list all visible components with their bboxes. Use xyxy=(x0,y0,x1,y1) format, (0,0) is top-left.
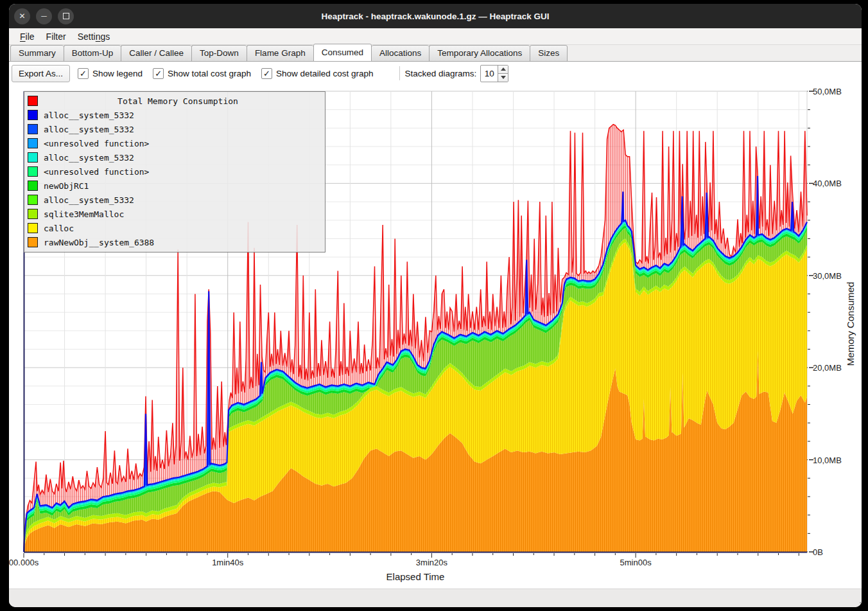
tab-consumed[interactable]: Consumed xyxy=(313,44,372,62)
menu-file[interactable]: File xyxy=(14,30,40,43)
stacked-diagrams-label: Stacked diagrams: xyxy=(405,69,477,78)
maximize-button[interactable] xyxy=(58,8,74,24)
tab-temporary-allocations[interactable]: Temporary Allocations xyxy=(429,45,530,62)
y-tick-label: 50,0MB xyxy=(813,87,842,96)
close-button[interactable]: ✕ xyxy=(14,8,30,24)
tab-sizes[interactable]: Sizes xyxy=(530,45,568,62)
x-axis-title: Elapsed Time xyxy=(386,571,445,582)
tab-summary[interactable]: Summary xyxy=(10,45,64,62)
status-strip xyxy=(9,589,862,607)
checkmark-icon: ✓ xyxy=(78,68,89,79)
tab-bar: SummaryBottom-UpCaller / CalleeTop-DownF… xyxy=(9,45,862,62)
maximize-icon xyxy=(63,13,69,19)
legend-title-row: Total Memory Consumption xyxy=(24,94,325,108)
legend-item-label: sqlite3MemMalloc xyxy=(44,209,124,219)
checkbox-show-total-cost-graph[interactable]: ✓Show total cost graph xyxy=(153,68,251,79)
legend-swatch xyxy=(28,181,38,191)
legend-item: <unresolved function> xyxy=(24,164,325,179)
chart-legend: Total Memory Consumptionalloc__system_53… xyxy=(24,91,326,252)
legend-item: alloc__system_5332 xyxy=(24,122,325,136)
y-tick-label: 40,0MB xyxy=(813,179,842,188)
legend-swatch xyxy=(28,223,38,233)
menu-filter[interactable]: Filter xyxy=(40,30,72,43)
legend-item: sqlite3MemMalloc xyxy=(24,207,325,221)
y-tick-label: 20,0MB xyxy=(813,363,842,373)
stacked-diagrams-stepper[interactable]: 10 xyxy=(480,65,508,82)
resize-grip-icon[interactable] xyxy=(852,599,858,606)
legend-item: <unresolved function> xyxy=(24,136,325,150)
tab-flame-graph[interactable]: Flame Graph xyxy=(247,45,313,62)
y-tick-label: 30,0MB xyxy=(813,270,842,280)
x-tick-label: 1min40s xyxy=(212,558,243,567)
legend-item-label: alloc__system_5332 xyxy=(44,125,134,134)
checkmark-icon: ✓ xyxy=(261,68,272,79)
legend-swatch xyxy=(28,96,38,106)
toolbar-separator xyxy=(399,66,400,80)
stepper-up-button[interactable] xyxy=(498,66,508,73)
checkbox-show-detailed-cost-graph[interactable]: ✓Show detailed cost graph xyxy=(261,68,374,79)
checkmark-icon: ✓ xyxy=(153,68,164,79)
legend-item: alloc__system_5332 xyxy=(24,193,325,207)
tab-allocations[interactable]: Allocations xyxy=(372,45,429,62)
x-tick-label: 3min20s xyxy=(416,558,447,567)
checkbox-show-legend[interactable]: ✓Show legend xyxy=(78,68,143,79)
arrow-up-icon xyxy=(501,67,506,71)
window-title: Heaptrack - heaptrack.wakunode.1.gz — He… xyxy=(9,12,862,21)
title-bar: ✕ ─ Heaptrack - heaptrack.wakunode.1.gz … xyxy=(9,4,862,28)
x-tick-label: 00.000s xyxy=(9,558,39,567)
minimize-button[interactable]: ─ xyxy=(36,8,52,24)
stacked-diagrams-value[interactable]: 10 xyxy=(481,66,498,82)
checkbox-label: Show total cost graph xyxy=(168,69,251,78)
legend-title: Total Memory Consumption xyxy=(44,96,325,106)
tab-caller-callee[interactable]: Caller / Callee xyxy=(121,45,191,62)
arrow-down-icon xyxy=(501,76,506,79)
legend-item-label: calloc xyxy=(44,224,74,233)
legend-swatch xyxy=(28,237,38,247)
legend-item-label: rawNewObj__system_6388 xyxy=(44,238,154,247)
legend-item-label: alloc__system_5332 xyxy=(44,153,134,163)
export-as-button[interactable]: Export As... xyxy=(12,65,70,82)
toolbar: Export As... ✓Show legend✓Show total cos… xyxy=(9,62,862,85)
legend-swatch xyxy=(28,110,38,120)
legend-swatch xyxy=(28,124,38,134)
tab-top-down[interactable]: Top-Down xyxy=(191,45,247,62)
menu-settings[interactable]: Settings xyxy=(72,30,116,43)
y-axis-title: Memory Consumed xyxy=(845,282,856,366)
menu-bar: FileFilterSettings xyxy=(9,28,862,45)
checkbox-label: Show legend xyxy=(92,69,143,78)
legend-item-label: <unresolved function> xyxy=(44,167,149,177)
legend-swatch xyxy=(28,152,38,163)
legend-item-label: newObjRC1 xyxy=(44,181,89,191)
y-tick-label: 0B xyxy=(813,547,823,557)
legend-item-label: <unresolved function> xyxy=(44,139,149,148)
checkbox-label: Show detailed cost graph xyxy=(276,69,374,78)
app-window: ✕ ─ Heaptrack - heaptrack.wakunode.1.gz … xyxy=(9,4,862,607)
stepper-down-button[interactable] xyxy=(498,73,508,82)
legend-item: rawNewObj__system_6388 xyxy=(24,235,325,249)
legend-item: newObjRC1 xyxy=(24,179,325,193)
consumed-chart[interactable]: Total Memory Consumptionalloc__system_53… xyxy=(9,85,862,589)
y-tick-label: 10,0MB xyxy=(813,455,842,465)
x-tick-label: 5min00s xyxy=(620,558,652,567)
legend-item: alloc__system_5332 xyxy=(24,108,325,122)
tab-bottom-up[interactable]: Bottom-Up xyxy=(64,45,121,62)
legend-item: alloc__system_5332 xyxy=(24,150,325,164)
legend-swatch xyxy=(28,195,38,205)
legend-swatch xyxy=(28,209,38,219)
legend-item-label: alloc__system_5332 xyxy=(44,195,134,205)
legend-item: calloc xyxy=(24,221,325,235)
legend-item-label: alloc__system_5332 xyxy=(44,111,134,120)
legend-swatch xyxy=(28,166,38,177)
legend-swatch xyxy=(28,138,38,148)
